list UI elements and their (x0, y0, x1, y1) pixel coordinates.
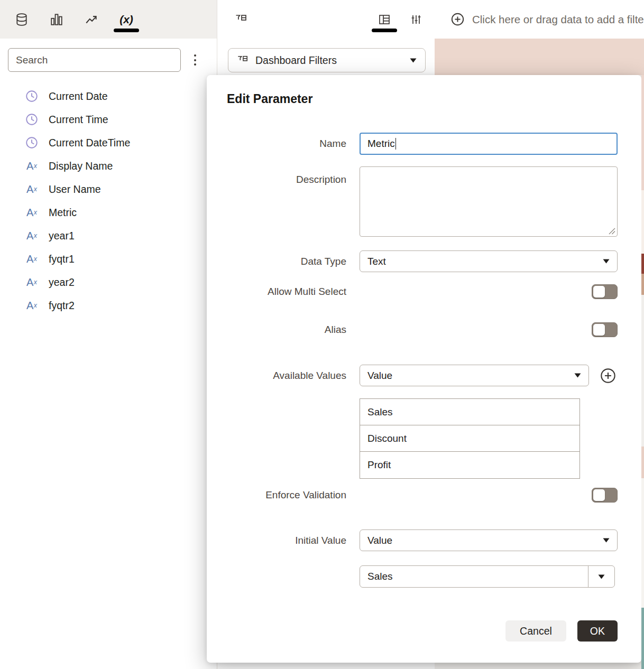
data-type-value: Text (367, 256, 386, 267)
list-item[interactable]: Current DateTime (0, 131, 217, 154)
alias-toggle[interactable] (592, 322, 618, 337)
active-tab-indicator (372, 29, 397, 32)
clock-icon (25, 89, 39, 103)
parameters-panel: (x) Current Date Current Time Current Da… (0, 0, 217, 669)
text-parameter-icon: Ax (25, 229, 39, 243)
value-label: Discount (367, 433, 407, 444)
available-values-label: Available Values (207, 370, 360, 382)
canvas-edge-colors (641, 75, 644, 669)
dashboard-filters-icon[interactable] (229, 7, 253, 32)
allow-multi-select-toggle[interactable] (592, 284, 618, 299)
form-row-values-list: Sales Discount Profit (207, 398, 618, 479)
initial-value-label: Initial Value (207, 535, 360, 546)
form-row-initial-value-pick: Sales (207, 565, 618, 588)
dashboard-filters-select[interactable]: Dashboard Filters (228, 48, 426, 72)
dashboard-filters-label: Dashboard Filters (255, 54, 337, 67)
text-parameter-icon: Ax (25, 182, 39, 196)
dialog-buttons: Cancel OK (207, 620, 618, 642)
data-type-select[interactable]: Text (360, 250, 618, 272)
add-filter-hint: Click here or drag data to add a filter (472, 13, 644, 26)
available-values-mode: Value (367, 370, 392, 382)
list-item-label: Current Time (49, 114, 108, 126)
text-parameter-icon: Ax (25, 159, 39, 173)
ok-button[interactable]: OK (577, 620, 618, 642)
alias-label: Alias (207, 324, 360, 336)
formula-x-icon: (x) (119, 13, 133, 26)
chevron-down-icon (410, 58, 417, 63)
clock-icon (25, 136, 39, 150)
list-item[interactable]: Discount (360, 425, 579, 452)
cancel-button[interactable]: Cancel (505, 620, 566, 642)
search-row (0, 39, 217, 72)
name-value: Metric (367, 138, 395, 150)
list-item-label: year2 (49, 276, 75, 289)
list-item[interactable]: Ax Metric (0, 201, 217, 224)
add-filter-bar[interactable]: Click here or drag data to add a filter (435, 0, 644, 39)
tab-data[interactable] (10, 7, 34, 32)
list-item[interactable]: Ax year2 (0, 271, 217, 294)
chevron-down-icon (603, 259, 610, 264)
list-item-label: year1 (49, 230, 75, 242)
list-item[interactable]: Ax fyqtr1 (0, 247, 217, 271)
tab-analytics[interactable] (79, 7, 104, 32)
canvas-filter-strip (435, 39, 644, 75)
form-row-available-values: Available Values Value (207, 365, 618, 386)
value-label: Sales (367, 406, 393, 418)
initial-value-mode: Value (367, 535, 392, 546)
text-cursor (395, 138, 397, 150)
combo-dropdown-button[interactable] (588, 566, 614, 587)
bar-chart-icon (50, 13, 63, 26)
kebab-menu-icon[interactable] (187, 50, 203, 71)
list-item[interactable]: Profit (360, 452, 579, 478)
sliders-icon[interactable] (404, 7, 428, 32)
tab-visualizations[interactable] (44, 7, 69, 32)
textarea-resize-handle[interactable] (609, 228, 615, 235)
name-input[interactable]: Metric (360, 133, 618, 155)
description-label: Description (207, 166, 360, 185)
form-row-enforce-validation: Enforce Validation (207, 488, 618, 503)
add-value-button[interactable] (599, 367, 617, 385)
enforce-validation-toggle[interactable] (592, 488, 618, 503)
enforce-validation-label: Enforce Validation (207, 489, 360, 501)
chevron-down-icon (603, 538, 610, 543)
search-input[interactable] (8, 48, 181, 72)
form-row-initial-value: Initial Value Value (207, 529, 618, 551)
list-item[interactable]: Current Date (0, 85, 217, 108)
list-item-label: fyqtr1 (49, 253, 75, 265)
form-row-data-type: Data Type Text (207, 250, 618, 272)
description-textarea[interactable] (360, 166, 618, 237)
circled-plus-icon (450, 12, 465, 26)
list-item-label: Metric (49, 207, 77, 219)
form-row-multi-select: Allow Multi Select (207, 284, 618, 299)
list-item[interactable]: Current Time (0, 108, 217, 131)
form-row-name: Name Metric (207, 133, 618, 155)
dialog-title: Edit Parameter (207, 75, 641, 106)
available-values-select[interactable]: Value (360, 365, 589, 386)
initial-value-select[interactable]: Value (360, 529, 618, 551)
text-parameter-icon: Ax (25, 252, 39, 266)
list-item[interactable]: Ax fyqtr2 (0, 294, 217, 317)
form-row-alias: Alias (207, 322, 618, 337)
name-label: Name (207, 138, 360, 150)
initial-value-combo[interactable]: Sales (360, 565, 615, 588)
data-type-label: Data Type (207, 256, 360, 267)
text-parameter-icon: Ax (25, 275, 39, 289)
list-item-label: Current Date (49, 90, 108, 103)
list-item-label: Display Name (49, 160, 113, 172)
list-item[interactable]: Ax Display Name (0, 154, 217, 178)
list-item[interactable]: Sales (360, 399, 579, 425)
trend-line-icon (85, 13, 98, 26)
parameter-list: Current Date Current Time Current DateTi… (0, 85, 217, 317)
form-row-description: Description (207, 166, 618, 237)
canvas-layout-icon[interactable] (372, 7, 397, 32)
allow-multi-select-label: Allow Multi Select (207, 286, 360, 298)
dashboard-filters-icon (237, 54, 249, 66)
list-item-label: Current DateTime (49, 137, 130, 149)
tab-parameters[interactable]: (x) (114, 7, 139, 32)
edit-parameter-dialog: Edit Parameter Name Metric Description D… (207, 75, 641, 663)
list-item[interactable]: Ax year1 (0, 224, 217, 247)
list-item[interactable]: Ax User Name (0, 178, 217, 201)
text-parameter-icon: Ax (25, 206, 39, 219)
filters-toolbar (218, 0, 435, 39)
text-parameter-icon: Ax (25, 299, 39, 312)
